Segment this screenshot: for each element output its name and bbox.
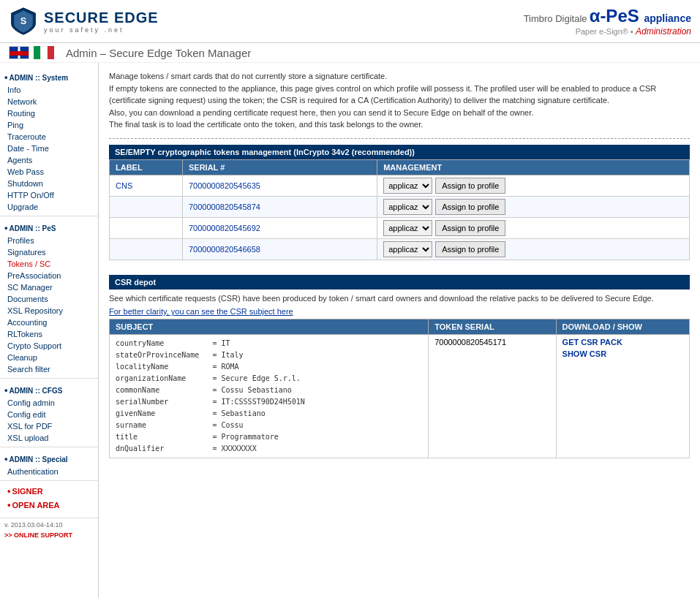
token-dropdown[interactable]: applicaz <box>383 220 432 236</box>
flag-uk[interactable] <box>9 46 29 59</box>
sidebar-section-special: •ADMIN :: Special Authentication <box>0 450 98 477</box>
assign-to-profile-button[interactable]: Assign to profile <box>435 241 505 257</box>
logo-right: Timbro Digitale α-PeS appliance Paper e-… <box>524 6 691 37</box>
token-dropdown[interactable]: applicaz <box>383 178 432 194</box>
sidebar-item-xsl-upload[interactable]: XSL upload <box>0 432 98 444</box>
col-management: MANAGEMENT <box>377 159 690 175</box>
sidebar-divider-3 <box>0 447 98 447</box>
sidebar-item-cleanup[interactable]: Cleanup <box>0 352 98 363</box>
sidebar-item-info[interactable]: Info <box>0 84 98 96</box>
table-row: CNS7000000820545635applicazAssign to pro… <box>110 175 690 196</box>
sidebar-item-config-edit[interactable]: Config edit <box>0 409 98 420</box>
sidebar-item-profiles[interactable]: Profiles <box>0 235 98 246</box>
sidebar-item-date-time[interactable]: Date - Time <box>0 143 98 154</box>
csr-subject-text: countryName = IT stateOrProvinceName = I… <box>116 338 422 455</box>
logo-main-text: SECURE EDGE <box>44 10 159 26</box>
tokens-table: LABEL SERIAL # MANAGEMENT CNS70000008205… <box>109 159 690 260</box>
sidebar-item-routing[interactable]: Routing <box>0 107 98 119</box>
token-dropdown[interactable]: applicaz <box>383 199 432 215</box>
tokens-section-heading: SE/EMPTY cryptographic tokens management… <box>109 145 690 159</box>
token-management-cell: applicazAssign to profile <box>377 217 690 238</box>
token-serial-link[interactable]: 7000000820545635 <box>189 181 260 190</box>
timbro-text: Timbro Digitale <box>524 13 587 24</box>
token-serial-cell: 7000000820545874 <box>183 196 377 217</box>
brand-right-bottom: Paper e-Sign® ▪ Administration <box>524 26 691 37</box>
sidebar: •ADMIN :: System Info Network Routing Pi… <box>0 63 99 598</box>
paper-esign-text: Paper e-Sign® ▪ <box>576 27 636 36</box>
desc-line3: Also, you can download a pending certifi… <box>109 107 690 119</box>
table-row: 7000000820545692applicazAssign to profil… <box>110 217 690 238</box>
col-label: LABEL <box>110 159 183 175</box>
token-serial-link[interactable]: 7000000820545874 <box>189 203 260 211</box>
sidebar-divider-1 <box>0 216 98 216</box>
token-management-cell: applicazAssign to profile <box>377 238 690 260</box>
dashed-divider-1 <box>109 138 690 139</box>
sidebar-item-upgrade[interactable]: Upgrade <box>0 201 98 213</box>
token-management-cell: applicazAssign to profile <box>377 175 690 196</box>
csr-section-heading: CSR depot <box>109 275 690 289</box>
token-label-cell <box>110 196 183 217</box>
get-csr-pack-link[interactable]: GET CSR PACK <box>562 338 683 347</box>
csr-col-download: DOWNLOAD / SHOW <box>556 319 689 335</box>
sidebar-item-agents[interactable]: Agents <box>0 154 98 166</box>
sidebar-section-cfgs: •ADMIN :: CFGS Config admin Config edit … <box>0 382 98 444</box>
sidebar-online-support[interactable]: >> ONLINE SUPPORT <box>0 531 98 539</box>
assign-to-profile-button[interactable]: Assign to profile <box>435 178 505 194</box>
sidebar-item-xsl-pdf[interactable]: XSL for PDF <box>0 420 98 432</box>
sidebar-item-xsl-repository[interactable]: XSL Repository <box>0 305 98 317</box>
token-serial-cell: 7000000820545635 <box>183 175 377 196</box>
assign-to-profile-button[interactable]: Assign to profile <box>435 220 505 236</box>
sidebar-item-preassociation[interactable]: PreAssociation <box>0 270 98 281</box>
table-row: 7000000820546658applicazAssign to profil… <box>110 238 690 260</box>
sidebar-item-authentication[interactable]: Authentication <box>0 466 98 477</box>
token-serial-cell: 7000000820546658 <box>183 238 377 260</box>
csr-col-subject: SUBJECT <box>110 319 429 335</box>
csr-subject-link[interactable]: For better clarity, you can see the CSR … <box>109 307 293 316</box>
desc-line4: The final task is to load the certificat… <box>109 118 690 131</box>
token-management-cell: applicazAssign to profile <box>377 196 690 217</box>
logo-left: S SECURE EDGE your safety .net <box>9 7 159 36</box>
sidebar-item-sc-manager[interactable]: SC Manager <box>0 281 98 293</box>
sidebar-item-signer[interactable]: •SIGNER <box>0 484 98 498</box>
sidebar-section-pes: •ADMIN :: PeS Profiles Signatures Tokens… <box>0 219 98 375</box>
sidebar-heading-special: •ADMIN :: Special <box>0 450 98 466</box>
sidebar-item-shutdown[interactable]: Shutdown <box>0 178 98 189</box>
token-label-link[interactable]: CNS <box>116 181 132 190</box>
flag-it[interactable] <box>34 46 54 59</box>
csr-section: CSR depot See which certificate requests… <box>109 275 690 459</box>
token-serial-link[interactable]: 7000000820546658 <box>189 245 260 254</box>
sidebar-item-tokens-sc[interactable]: Tokens / SC <box>0 258 98 270</box>
sidebar-section-system: •ADMIN :: System Info Network Routing Pi… <box>0 69 98 213</box>
desc-line2: If empty tokens are connected to the app… <box>109 83 690 107</box>
sidebar-divider-4 <box>0 480 98 481</box>
show-csr-link[interactable]: SHOW CSR <box>562 349 683 358</box>
assign-to-profile-button[interactable]: Assign to profile <box>435 199 505 215</box>
main-layout: •ADMIN :: System Info Network Routing Pi… <box>0 63 700 598</box>
sidebar-item-webpass[interactable]: Web Pass <box>0 166 98 178</box>
sidebar-heading-cfgs: •ADMIN :: CFGS <box>0 382 98 397</box>
col-serial: SERIAL # <box>183 159 377 175</box>
sidebar-item-crypto-support[interactable]: Crypto Support <box>0 340 98 352</box>
sidebar-item-accounting[interactable]: Accounting <box>0 317 98 328</box>
content-area: Manage tokens / smart cards that do not … <box>99 63 700 598</box>
sidebar-item-config-admin[interactable]: Config admin <box>0 397 98 409</box>
logo-sub-text: your safety .net <box>44 26 159 34</box>
appliance-text: appliance <box>644 12 691 24</box>
sidebar-item-rltokens[interactable]: RLTokens <box>0 328 98 340</box>
sidebar-item-open-area[interactable]: •OPEN AREA <box>0 498 98 512</box>
sidebar-item-network[interactable]: Network <box>0 96 98 107</box>
sidebar-item-signatures[interactable]: Signatures <box>0 246 98 258</box>
csr-subject-cell: countryName = IT stateOrProvinceName = I… <box>110 335 429 458</box>
sidebar-item-http-onoff[interactable]: HTTP On/Off <box>0 189 98 201</box>
token-serial-link[interactable]: 7000000820545692 <box>189 224 260 232</box>
table-row: 7000000820545874applicazAssign to profil… <box>110 196 690 217</box>
sidebar-item-documents[interactable]: Documents <box>0 293 98 305</box>
csr-actions-cell: GET CSR PACKSHOW CSR <box>556 335 689 458</box>
token-dropdown[interactable]: applicaz <box>383 241 432 257</box>
sidebar-item-ping[interactable]: Ping <box>0 119 98 131</box>
sidebar-item-traceroute[interactable]: Traceroute <box>0 131 98 143</box>
page-title: Admin – Secure Edge Token Manager <box>66 47 251 59</box>
lang-bar: Admin – Secure Edge Token Manager <box>0 43 700 63</box>
sidebar-item-search-filter[interactable]: Search filter <box>0 363 98 375</box>
token-label-cell <box>110 238 183 260</box>
